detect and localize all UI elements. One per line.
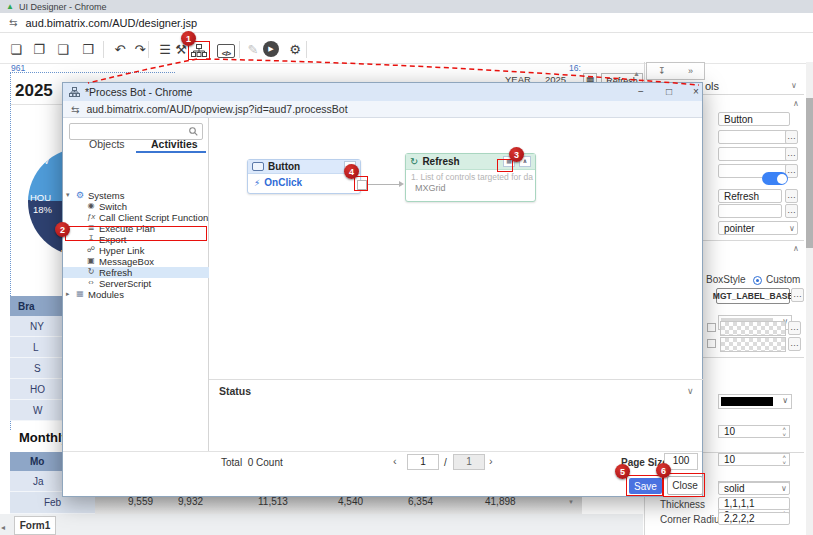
button-node[interactable]: Button ∧ ⚡ OnClick bbox=[247, 159, 361, 194]
scroll-left-icon[interactable]: ◂ bbox=[1, 523, 5, 532]
code-window-icon[interactable]: </> bbox=[217, 44, 235, 58]
thickness-field[interactable]: 1,1,1,1 bbox=[718, 497, 790, 510]
tree-item-serverscript[interactable]: ‹›ServerScript bbox=[63, 278, 209, 289]
highlight-box-step3 bbox=[497, 159, 513, 172]
popup-url-bar[interactable]: ⇆ aud.bimatrix.com/AUD/popview.jsp?id=au… bbox=[63, 101, 702, 118]
new-file-icon[interactable]: ❏ bbox=[6, 41, 26, 59]
open-folder-icon[interactable]: ❐ bbox=[29, 41, 49, 59]
close-window-button[interactable]: × bbox=[689, 85, 703, 99]
section-collapse-icon[interactable]: ∧ bbox=[793, 244, 799, 253]
chevron-down-icon: ∨ bbox=[781, 484, 787, 493]
node-target-value[interactable]: MXGrid bbox=[406, 182, 535, 193]
lightning-icon: ⚡ bbox=[254, 178, 260, 188]
scroll-down-icon[interactable]: ▼ bbox=[568, 499, 574, 505]
ellipsis-button[interactable]: … bbox=[785, 189, 798, 203]
highlight-box-step5 bbox=[626, 475, 663, 496]
enabled-toggle[interactable] bbox=[762, 172, 788, 185]
corner-radius-label: Corner Radius bbox=[660, 514, 724, 525]
name-field[interactable]: Button bbox=[718, 112, 790, 126]
page-current-input[interactable]: 1 bbox=[407, 454, 439, 470]
node-title: Refresh bbox=[422, 156, 459, 167]
chevron-down-icon[interactable]: ∨ bbox=[687, 386, 694, 396]
onclick-event[interactable]: OnClick bbox=[264, 177, 302, 188]
play-icon[interactable]: ▶ bbox=[263, 41, 279, 57]
ellipsis-button[interactable]: … bbox=[785, 204, 798, 218]
page-next-icon[interactable]: › bbox=[489, 455, 493, 467]
main-title-bar: ▲ UI Designer - Chrome bbox=[0, 0, 813, 13]
collapse-right-icon[interactable]: » bbox=[688, 66, 693, 76]
save-icon[interactable]: ❑ bbox=[53, 41, 73, 59]
tab-activities[interactable]: Activities bbox=[151, 138, 198, 150]
highlight-box-step2 bbox=[65, 226, 207, 241]
form-footer-strip bbox=[0, 514, 643, 535]
step-badge-5: 5 bbox=[615, 464, 630, 479]
action-field[interactable]: Refresh bbox=[718, 189, 782, 203]
undo-icon[interactable]: ↶ bbox=[110, 41, 130, 59]
color-checkbox[interactable] bbox=[707, 339, 716, 348]
cell-value: 41,898 bbox=[485, 496, 516, 507]
popup-url-text[interactable]: aud.bimatrix.com/AUD/popview.jsp?id=aud7… bbox=[86, 103, 347, 115]
button-icon bbox=[252, 162, 264, 171]
site-info-icon[interactable]: ⇆ bbox=[71, 104, 79, 115]
pie-label: 18% bbox=[33, 204, 52, 215]
total-count: Total 0 Count bbox=[221, 457, 283, 468]
form-year-title: 2025 bbox=[15, 81, 53, 101]
property-field[interactable] bbox=[718, 130, 790, 144]
tree-root-systems[interactable]: ▾ ⚙ Systems bbox=[63, 190, 209, 201]
tree-root-modules[interactable]: ▸ ▦ Modules bbox=[63, 289, 209, 300]
ellipsis-button[interactable]: … bbox=[788, 321, 801, 335]
number-spinner[interactable]: 10 ˄˅ bbox=[718, 453, 790, 466]
custom-radio[interactable] bbox=[753, 276, 762, 285]
number-spinner[interactable]: 10 ˄˅ bbox=[718, 425, 790, 438]
pin-icon[interactable]: ↧ bbox=[658, 66, 666, 76]
node-placeholder-text: 1. List of controls targeted for da bbox=[406, 170, 535, 182]
selection-border bbox=[10, 72, 175, 73]
transparent-color-swatch[interactable] bbox=[720, 321, 786, 336]
save-all-icon[interactable]: ❒ bbox=[78, 41, 98, 59]
step-badge-1: 1 bbox=[181, 31, 196, 46]
tree-item-call-client-script[interactable]: ƒxCall Client Script Function bbox=[63, 212, 209, 223]
ellipsis-button[interactable]: … bbox=[785, 130, 798, 144]
ellipsis-button[interactable]: … bbox=[788, 337, 801, 351]
tree-item-switch[interactable]: ◉Switch bbox=[63, 201, 209, 212]
redo-icon[interactable]: ↷ bbox=[130, 41, 150, 59]
ellipsis-button[interactable]: … bbox=[785, 147, 798, 161]
border-style-select[interactable]: solid bbox=[718, 482, 790, 495]
caret-open-icon[interactable]: ▾ bbox=[66, 191, 70, 199]
property-field[interactable] bbox=[718, 204, 782, 218]
form-tab[interactable]: Form1 bbox=[14, 516, 56, 535]
minimize-button[interactable]: − bbox=[634, 85, 648, 99]
serverscript-icon: ‹› bbox=[85, 278, 97, 287]
cell-value: 9,559 bbox=[128, 496, 153, 507]
main-url-bar[interactable]: ⇆ aud.bimatrix.com/AUD/designer.jsp bbox=[0, 13, 813, 33]
boxstyle-label: BoxStyle bbox=[706, 274, 745, 285]
tab-objects[interactable]: Objects bbox=[89, 138, 125, 150]
tree-item-refresh[interactable]: ↻Refresh bbox=[63, 267, 209, 278]
page-prev-icon[interactable]: ‹ bbox=[393, 455, 397, 467]
chevron-down-icon[interactable]: ∨ bbox=[791, 81, 797, 90]
corner-radius-field[interactable]: 2,2,2,2 bbox=[718, 512, 790, 525]
popup-title-bar[interactable]: *Process Bot - Chrome bbox=[63, 83, 702, 101]
section-collapse-icon[interactable]: ∧ bbox=[793, 99, 799, 108]
maximize-button[interactable]: □ bbox=[662, 85, 676, 99]
style-class-button[interactable]: MGT_LABEL_BASE bbox=[716, 288, 790, 304]
chevron-down-icon: ∨ bbox=[789, 224, 795, 233]
main-url-text[interactable]: aud.bimatrix.com/AUD/designer.jsp bbox=[25, 17, 197, 29]
ellipsis-button[interactable]: … bbox=[791, 288, 804, 302]
font-color-select[interactable]: ∨ bbox=[718, 394, 792, 409]
color-checkbox[interactable] bbox=[707, 323, 716, 332]
site-info-icon[interactable]: ⇆ bbox=[9, 17, 17, 28]
scrollbar-thumb[interactable] bbox=[806, 98, 813, 248]
caret-closed-icon[interactable]: ▸ bbox=[66, 290, 70, 298]
tree-item-messagebox[interactable]: ▣MessageBox bbox=[63, 256, 209, 267]
tree-item-hyper-link[interactable]: ☍Hyper Link bbox=[63, 245, 209, 256]
settings-gear-icon[interactable]: ⚙ bbox=[285, 41, 305, 59]
divider bbox=[63, 451, 702, 452]
transparent-color-swatch[interactable] bbox=[720, 337, 786, 352]
edit-icon[interactable]: ✎ bbox=[243, 41, 263, 59]
property-field[interactable] bbox=[718, 147, 790, 161]
cursor-select[interactable]: pointer bbox=[718, 221, 798, 235]
popup-title: *Process Bot - Chrome bbox=[85, 86, 192, 98]
activities-panel: Objects Activities ▾ ⚙ Systems ◉Switch ƒ… bbox=[63, 118, 209, 451]
sidebar-pin-box[interactable]: ↧ » bbox=[646, 62, 705, 80]
